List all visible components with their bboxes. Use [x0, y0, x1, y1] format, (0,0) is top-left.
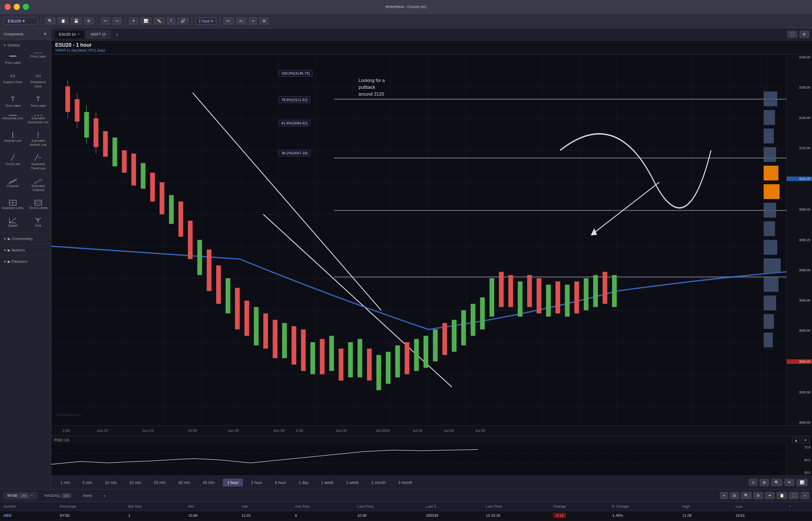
tf-10min[interactable]: 10 min [100, 479, 121, 486]
tab-esu20-1h[interactable]: ESU20 1h ✕ [54, 30, 85, 39]
sidebar-item-vertical-line[interactable]: Vertical Line [0, 128, 26, 151]
chart-type-button[interactable]: 📊 [141, 17, 151, 24]
col-low[interactable]: Low [732, 502, 786, 511]
text-button[interactable]: T [167, 17, 175, 24]
sidebar-item-fork[interactable]: Fork [26, 213, 51, 231]
sidebar-item-price-label-1[interactable]: ━━ Price Label [0, 49, 26, 68]
draw-button[interactable]: ✏️ [153, 17, 164, 24]
col-bid[interactable]: Bid [185, 502, 238, 511]
font-down-button[interactable]: A↓ [236, 17, 247, 24]
sidebar-item-price-label-2[interactable]: Price Label [26, 49, 51, 68]
chart-settings-button[interactable]: ⚙ [799, 31, 809, 38]
grid-view-button[interactable]: ⊞ [760, 479, 769, 486]
tf-6hour[interactable]: 6 hour [270, 479, 291, 486]
save-button[interactable]: 💾 [71, 17, 82, 24]
bottom-tab-alerts[interactable]: Alerts [78, 492, 96, 499]
sidebar-section-fibonacci-header[interactable]: ▶ Fibonacci [0, 258, 51, 265]
tab-close-esu20[interactable]: ✕ [77, 32, 80, 36]
tf-3month[interactable]: 3 month [393, 479, 417, 486]
sidebar-item-extended-trend-line[interactable]: ╱╌ Extended Trend Line [26, 150, 51, 174]
col-change-pct[interactable]: % Change [608, 502, 679, 511]
tf-1hour[interactable]: 1 hour [223, 479, 243, 486]
search-button[interactable]: 🔍 [45, 17, 55, 24]
sidebar-close-button[interactable]: ✕ [43, 31, 47, 37]
col-last-price[interactable]: Last Price [354, 502, 423, 511]
sidebar-item-time-label-1[interactable]: 𝖳 Time Label [0, 92, 26, 111]
sidebar-item-trend-line[interactable]: ╱ Trend Line [0, 150, 26, 174]
sidebar-section-markers-header[interactable]: ▶ Markers [0, 246, 51, 254]
tf-5min[interactable]: 5 min [78, 479, 97, 486]
main-chart[interactable]: Looking for a pullback around 3120 motiv… [51, 54, 812, 425]
rsi-up-button[interactable]: ▲ [792, 437, 800, 443]
sidebar-section-commentary-header[interactable]: ▶ Commentary [0, 235, 51, 243]
sidebar-section-general-header[interactable]: General [0, 42, 51, 49]
tf-1month[interactable]: 1 month [367, 479, 390, 486]
watchlist-add-button[interactable]: ＋ [99, 491, 110, 500]
font-up-button[interactable]: A↑ [223, 17, 234, 24]
zoom-button[interactable]: 🔍 [771, 479, 782, 486]
col-last-time[interactable]: Last Time [482, 502, 550, 511]
col-add[interactable]: + [786, 502, 812, 511]
tf-1week[interactable]: 1 week [316, 479, 338, 486]
tf-15min[interactable]: 15 min [125, 479, 146, 486]
undo-button[interactable]: ↩ [101, 17, 110, 24]
list-view-button[interactable]: ≡ [749, 479, 757, 486]
col-bid-size[interactable]: Bid Size [125, 502, 185, 511]
eye-button[interactable]: 👁 [784, 479, 794, 486]
sidebar-item-extended-vertical-line[interactable]: Extended Vertical Line [26, 128, 51, 151]
wl-list-button[interactable]: ≡ [720, 492, 729, 499]
table-row[interactable]: AEO NYSE 1 10.86 11.01 6 10.90 330339 13… [0, 511, 812, 520]
tf-20min[interactable]: 20 min [149, 479, 170, 486]
tf-45min[interactable]: 45 min [198, 479, 219, 486]
minimize-window-button[interactable] [14, 4, 20, 10]
wl-tile-button[interactable]: ⊞ [730, 492, 739, 499]
tf-30min[interactable]: 30 min [174, 479, 195, 486]
sidebar-item-support-zone[interactable]: ▭ Support Zone [0, 68, 26, 92]
sidebar-item-horizontal-line[interactable]: Horizontal Line [0, 111, 26, 128]
settings-button[interactable]: ⚙ [84, 17, 94, 24]
grid-button[interactable]: ⊞ [260, 17, 269, 24]
maximize-window-button[interactable] [23, 4, 29, 10]
link-button[interactable]: 🔗 [177, 17, 188, 24]
col-symbol[interactable]: Symbol [0, 502, 56, 511]
nyse-close[interactable]: ✕ [30, 494, 33, 497]
sidebar-item-speed[interactable]: Speed [0, 213, 26, 231]
tf-1day[interactable]: 1 day [294, 479, 313, 486]
sidebar-item-extended-horizontal-line[interactable]: Extended Horizontal Line [26, 111, 51, 128]
col-high[interactable]: High [679, 502, 732, 511]
col-ask[interactable]: Ask [238, 502, 292, 511]
chart-expand-button[interactable]: ⛶ [787, 31, 797, 38]
close-window-button[interactable] [4, 4, 11, 10]
redo-button[interactable]: ↪ [112, 17, 122, 24]
wl-settings-button[interactable]: ⚙ [754, 492, 763, 499]
tf-1min[interactable]: 1 min [56, 479, 75, 486]
align-button[interactable]: ≡ [249, 17, 258, 24]
table-row[interactable]: AXP NYSE 1 95.01 95.49 1 95.14 200 13:15… [0, 520, 812, 521]
col-exchange[interactable]: Exchange [56, 502, 125, 511]
col-ask-size[interactable]: Ask Size [292, 502, 354, 511]
col-last-s[interactable]: Last S... [423, 502, 482, 511]
bottom-tab-nyse[interactable]: NYSE (34) ✕ [3, 492, 38, 500]
wl-column-button[interactable]: + [801, 492, 809, 499]
tab-msft-1h[interactable]: MSFT 1h [86, 30, 111, 39]
sidebar-item-tirone-levels[interactable]: Tirone Levels [26, 196, 51, 213]
chart-options-button[interactable]: 📊 [797, 479, 808, 486]
sidebar-item-channel[interactable]: Channel [0, 174, 26, 196]
sidebar-item-quadrant-lines[interactable]: Quadrant Lines [0, 196, 26, 213]
crosshair-button[interactable]: ✛ [129, 17, 138, 24]
sidebar-item-resistance-zone[interactable]: ▭ Resistance Zone [26, 68, 51, 92]
wl-export-button[interactable]: 📋 [777, 492, 787, 499]
symbol-selector[interactable]: ESU20 ▾ [3, 17, 38, 25]
tf-2hour[interactable]: 2 hour [246, 479, 267, 486]
wl-expand-button[interactable]: ⛶ [789, 492, 799, 499]
col-change[interactable]: Change [550, 502, 608, 511]
wl-filter-button[interactable]: ⏷ [765, 492, 775, 499]
tf-2week[interactable]: 2 week [341, 479, 363, 486]
wl-search-button[interactable]: 🔍 [741, 492, 752, 499]
sidebar-item-extended-channel[interactable]: Extended Channel [26, 174, 51, 196]
copy-button[interactable]: 📋 [58, 17, 69, 24]
tab-add-button[interactable]: ＋ [112, 30, 123, 39]
rsi-close-button[interactable]: ✕ [802, 437, 809, 443]
timeframe-selector[interactable]: 1 hour ▾ [195, 17, 216, 25]
bottom-tab-nasdaq[interactable]: NASDAQ (18) [40, 492, 76, 500]
